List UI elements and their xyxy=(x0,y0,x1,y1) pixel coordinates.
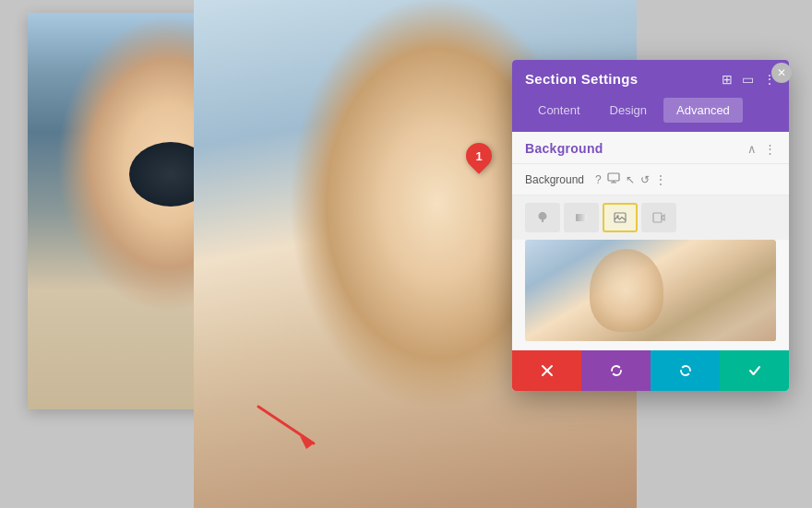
svg-rect-5 xyxy=(576,214,587,221)
redo-button[interactable] xyxy=(651,350,720,391)
close-icon: ✕ xyxy=(777,67,786,78)
bg-type-video[interactable] xyxy=(641,203,676,232)
panel-title: Section Settings xyxy=(525,71,638,87)
badge-number: 1 xyxy=(475,149,482,163)
action-buttons xyxy=(512,350,789,391)
cancel-button[interactable] xyxy=(512,350,581,391)
background-section-header: Background ∧ ⋮ xyxy=(512,132,789,164)
settings-panel: Section Settings ⊞ ▭ ⋮ Content Design Ad… xyxy=(512,60,789,391)
svg-rect-8 xyxy=(653,213,662,222)
bg-section-controls: ∧ ⋮ xyxy=(747,142,776,156)
bg-row: Background ? ↖ ↺ ⋮ xyxy=(512,164,789,195)
panel-header: Section Settings ⊞ ▭ ⋮ xyxy=(512,60,789,98)
preview-image xyxy=(525,240,776,341)
cursor-icon[interactable]: ↖ xyxy=(626,173,635,186)
bg-label: Background xyxy=(525,173,584,186)
collapse-icon[interactable]: ▭ xyxy=(742,73,754,86)
panel-header-icons: ⊞ ▭ ⋮ xyxy=(722,73,776,86)
reset-button[interactable] xyxy=(581,350,651,391)
panel-tabs: Content Design Advanced xyxy=(512,98,789,132)
help-icon[interactable]: ? xyxy=(595,173,602,186)
section-more-icon[interactable]: ⋮ xyxy=(764,142,776,156)
arrow xyxy=(240,397,332,453)
svg-rect-2 xyxy=(608,173,619,181)
reset-icon[interactable]: ↺ xyxy=(640,173,650,186)
bg-type-image[interactable] xyxy=(603,203,638,232)
desktop-icon[interactable] xyxy=(607,171,620,187)
expand-icon[interactable]: ⊞ xyxy=(722,73,733,86)
panel-close-button[interactable]: ✕ xyxy=(771,63,792,83)
svg-line-0 xyxy=(258,407,314,443)
bg-type-gradient[interactable] xyxy=(564,203,599,232)
save-button[interactable] xyxy=(720,350,789,391)
panel-body: Background ∧ ⋮ Background ? ↖ ↺ xyxy=(512,132,789,391)
bg-row-icons: ? ↖ ↺ ⋮ xyxy=(595,171,666,187)
row-more-icon[interactable]: ⋮ xyxy=(655,173,666,186)
tab-content[interactable]: Content xyxy=(525,98,593,123)
section-collapse-icon[interactable]: ∧ xyxy=(747,142,757,156)
background-section-title: Background xyxy=(525,141,603,156)
bg-type-tabs xyxy=(512,195,789,240)
tab-advanced[interactable]: Advanced xyxy=(663,98,743,123)
bg-type-color[interactable] xyxy=(525,203,560,232)
tab-design[interactable]: Design xyxy=(597,98,660,123)
